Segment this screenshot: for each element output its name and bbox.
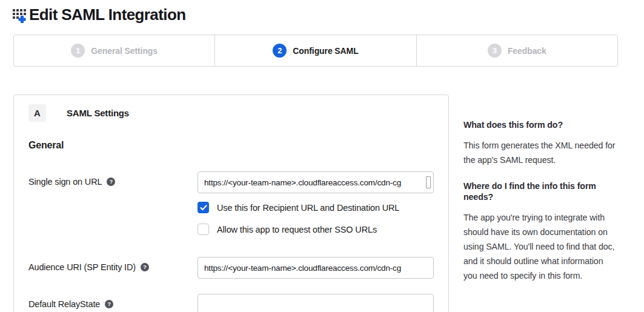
add-app-grid-icon	[12, 7, 28, 23]
section-a-badge: A	[28, 104, 46, 122]
page-title: Edit SAML Integration	[29, 5, 185, 24]
help-sidebar: What does this form do? This form genera…	[463, 119, 616, 283]
text-cursor	[426, 176, 431, 188]
general-group-heading: General	[28, 140, 434, 151]
help-heading: What does this form do?	[463, 119, 616, 130]
step-label: Feedback	[508, 46, 546, 56]
help-body: This form generates the XML needed for t…	[463, 138, 616, 167]
relay-state-label-group: Default RelayState ?	[28, 294, 198, 309]
other-sso-checkbox-row[interactable]: Allow this app to request other SSO URLs	[198, 224, 434, 235]
relay-state-help-icon[interactable]: ?	[105, 300, 113, 308]
step-number-badge: 1	[71, 44, 85, 58]
wizard-stepper: 1 General Settings 2 Configure SAML 3 Fe…	[13, 35, 618, 67]
step-feedback[interactable]: 3 Feedback	[416, 35, 617, 66]
relay-state-label: Default RelayState	[28, 299, 100, 309]
help-section-what: What does this form do? This form genera…	[463, 119, 616, 167]
help-body: The app you're trying to integrate with …	[463, 210, 616, 283]
checkmark-icon	[200, 205, 207, 211]
section-title: SAML Settings	[67, 108, 129, 118]
page-header: Edit SAML Integration	[0, 0, 644, 24]
sso-url-label-group: Single sign on URL ?	[28, 171, 198, 187]
sso-url-input[interactable]	[198, 171, 434, 193]
relay-state-row: Default RelayState ? If no value is set,…	[28, 294, 434, 312]
relay-state-field-group: If no value is set, a blank RelayState i…	[198, 294, 434, 312]
audience-uri-label-group: Audience URI (SP Entity ID) ?	[28, 257, 198, 272]
audience-uri-field-group	[198, 257, 434, 279]
audience-uri-input[interactable]	[198, 257, 434, 279]
step-number-badge: 2	[273, 44, 287, 58]
step-number-badge: 3	[488, 44, 502, 58]
sso-url-input-wrap	[198, 171, 434, 193]
saml-settings-panel: A SAML Settings General Single sign on U…	[13, 95, 449, 312]
other-sso-checkbox[interactable]	[198, 224, 209, 235]
audience-uri-help-icon[interactable]: ?	[141, 263, 149, 271]
relay-state-input[interactable]	[198, 294, 434, 312]
step-label: General Settings	[91, 46, 158, 56]
audience-uri-row: Audience URI (SP Entity ID) ?	[28, 257, 434, 279]
sso-url-help-icon[interactable]: ?	[107, 178, 115, 186]
help-heading: Where do I find the info this form needs…	[463, 181, 616, 202]
section-header: A SAML Settings	[28, 104, 434, 122]
step-general-settings[interactable]: 1 General Settings	[14, 35, 214, 66]
other-sso-checkbox-label[interactable]: Allow this app to request other SSO URLs	[217, 225, 377, 234]
sso-url-field-group: Use this for Recipient URL and Destinati…	[198, 171, 434, 235]
sso-url-row: Single sign on URL ? Use this for Recipi…	[28, 171, 434, 235]
audience-uri-label: Audience URI (SP Entity ID)	[28, 262, 136, 272]
recipient-url-checkbox[interactable]	[198, 202, 209, 213]
recipient-url-checkbox-row[interactable]: Use this for Recipient URL and Destinati…	[198, 202, 434, 213]
sso-url-label: Single sign on URL	[28, 177, 102, 187]
step-label: Configure SAML	[293, 46, 358, 56]
recipient-url-checkbox-label[interactable]: Use this for Recipient URL and Destinati…	[217, 203, 399, 213]
step-configure-saml[interactable]: 2 Configure SAML	[214, 35, 416, 66]
help-section-where: Where do I find the info this form needs…	[463, 181, 616, 283]
